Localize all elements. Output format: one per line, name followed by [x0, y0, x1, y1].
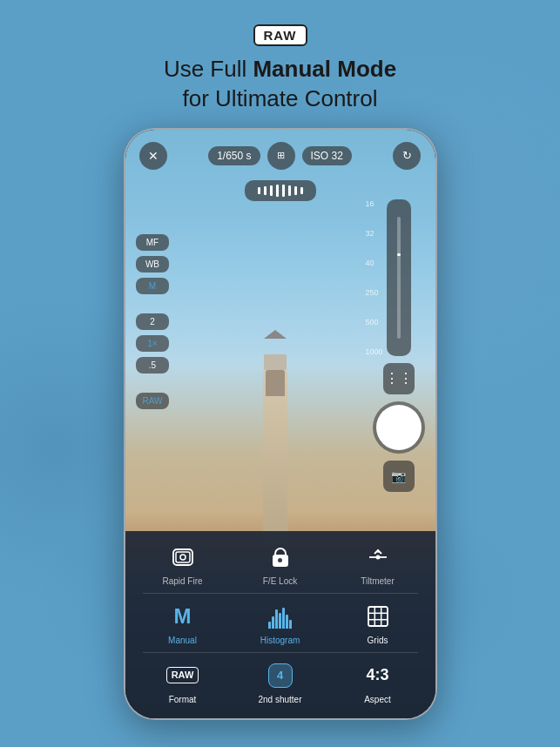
- lock-body: [273, 555, 288, 567]
- raw-format-label: Format: [169, 695, 197, 704]
- hist-bar-4: [279, 613, 281, 629]
- zoom-2-button[interactable]: 2: [136, 313, 170, 330]
- aspect-item[interactable]: 4:3 Aspect: [343, 660, 413, 704]
- header: RAW Use Full Manual Mode for Ultimate Co…: [164, 0, 396, 114]
- shutter-button-inner: [376, 405, 422, 450]
- mf-button[interactable]: MF: [136, 234, 170, 251]
- lighthouse-tower: [263, 370, 287, 544]
- hist-bar-5: [282, 608, 285, 629]
- fe-lock-icon: [265, 542, 296, 573]
- grids-icon: [362, 601, 394, 632]
- aspect-icon: 4:3: [362, 660, 394, 691]
- iso-val-40: 40: [365, 259, 382, 267]
- raw-format-icon: RAW: [167, 660, 199, 691]
- aspect-value: 4:3: [366, 666, 388, 684]
- tiltmeter-label: Tiltmeter: [361, 576, 395, 586]
- settings-button[interactable]: ✕: [139, 142, 167, 170]
- second-shutter-item[interactable]: 4 2nd shutter: [246, 660, 315, 704]
- aspect-label: Aspect: [364, 695, 391, 704]
- iso-val-16: 16: [365, 199, 382, 208]
- right-controls: 16 32 40 250 500 1000 ⋮⋮ 📷: [373, 199, 425, 492]
- lock-shackle: [274, 548, 287, 555]
- title-line2: for Ultimate Control: [183, 85, 378, 111]
- svg-rect-6: [368, 607, 388, 626]
- manual-label: Manual: [168, 636, 197, 645]
- lighthouse-light-room: [264, 354, 287, 370]
- iso-display[interactable]: ISO 32: [302, 146, 352, 165]
- level-meter: [245, 180, 316, 201]
- shutter2-badge: 4: [268, 663, 293, 688]
- fe-lock-item[interactable]: F/E Lock: [246, 542, 315, 586]
- fe-lock-label: F/E Lock: [263, 576, 297, 586]
- iso-val-250: 250: [365, 288, 382, 297]
- rapid-fire-item[interactable]: Rapid Fire: [148, 542, 218, 586]
- iso-val-32: 32: [365, 229, 382, 238]
- shutter-button-outer[interactable]: [373, 401, 425, 454]
- histogram-bars: [268, 604, 292, 629]
- second-shutter-icon: 4: [265, 660, 296, 691]
- top-controls: ✕ 1/650 s ⊞ ISO 32 ↻: [125, 142, 435, 170]
- wb-button[interactable]: WB: [136, 256, 170, 273]
- exposure-button[interactable]: ⊞: [267, 142, 295, 170]
- phone-frame: ✕ 1/650 s ⊞ ISO 32 ↻ MF WB: [124, 128, 437, 720]
- hist-bar-2: [272, 616, 274, 629]
- header-title: Use Full Manual Mode for Ultimate Contro…: [164, 55, 396, 114]
- level-bar-4: [276, 185, 279, 197]
- flip-camera-button[interactable]: ↻: [393, 142, 421, 170]
- page: RAW Use Full Manual Mode for Ultimate Co…: [0, 0, 560, 747]
- histogram-label: Histogram: [260, 636, 300, 645]
- iso-thumb: [397, 253, 401, 256]
- grid-dots-button[interactable]: ⋮⋮: [383, 363, 415, 394]
- iso-val-500: 500: [365, 318, 382, 326]
- title-prefix: Use Full: [164, 56, 253, 82]
- level-bar-2: [264, 186, 267, 195]
- toolbar-divider-2: [143, 652, 418, 653]
- hist-bar-6: [286, 615, 288, 629]
- zoom-1x-button[interactable]: 1×: [136, 335, 170, 352]
- second-shutter-label: 2nd shutter: [258, 695, 301, 704]
- shutter2-num: 4: [277, 669, 283, 682]
- level-bar-6: [288, 185, 291, 196]
- manual-item[interactable]: M Manual: [148, 601, 218, 645]
- level-bar-5: [282, 185, 285, 197]
- zoom-half-button[interactable]: .5: [136, 357, 170, 374]
- shutter-speed-display[interactable]: 1/650 s: [208, 146, 260, 165]
- level-bar-7: [294, 186, 297, 195]
- lighthouse-top: [266, 370, 285, 396]
- lock-hole: [278, 558, 282, 562]
- raw-mode-button[interactable]: RAW: [136, 393, 170, 409]
- raw-badge: RAW: [253, 24, 307, 46]
- tiltmeter-icon: [362, 542, 394, 573]
- hist-bar-7: [289, 620, 292, 629]
- lighthouse: [249, 353, 301, 544]
- svg-point-5: [375, 555, 380, 559]
- toolbar-row-2: M Manual: [134, 601, 427, 645]
- iso-labels: 16 32 40 250 500 1000: [365, 199, 382, 356]
- tiltmeter-item[interactable]: Tiltmeter: [343, 542, 413, 586]
- svg-point-2: [180, 555, 186, 560]
- manual-icon: M: [167, 601, 199, 632]
- level-bar-8: [300, 187, 303, 194]
- iso-track: [397, 217, 401, 339]
- toolbar-row-1: Rapid Fire F/E Lock: [134, 542, 427, 586]
- hist-bar-1: [268, 622, 271, 629]
- hist-bar-3: [275, 609, 278, 629]
- rapid-fire-icon: [167, 542, 199, 573]
- svg-rect-1: [176, 552, 190, 562]
- bottom-panel: Rapid Fire F/E Lock: [125, 531, 435, 718]
- lighthouse-cap: [264, 330, 287, 339]
- raw-tool-badge: RAW: [166, 667, 199, 683]
- toolbar-row-3: RAW Format 4 2nd shutter 4:3: [134, 660, 427, 704]
- raw-format-item[interactable]: RAW Format: [148, 660, 218, 704]
- grids-label: Grids: [368, 636, 388, 645]
- toolbar-divider-1: [143, 593, 418, 594]
- level-bar-3: [270, 185, 273, 196]
- small-camera-button[interactable]: 📷: [383, 461, 415, 492]
- rapid-fire-label: Rapid Fire: [162, 576, 202, 586]
- title-bold: Manual Mode: [253, 56, 396, 82]
- m-mode-button[interactable]: M: [136, 278, 170, 294]
- iso-slider[interactable]: [387, 199, 411, 356]
- histogram-icon: [265, 601, 296, 632]
- grids-item[interactable]: Grids: [343, 601, 413, 645]
- histogram-item[interactable]: Histogram: [246, 601, 315, 645]
